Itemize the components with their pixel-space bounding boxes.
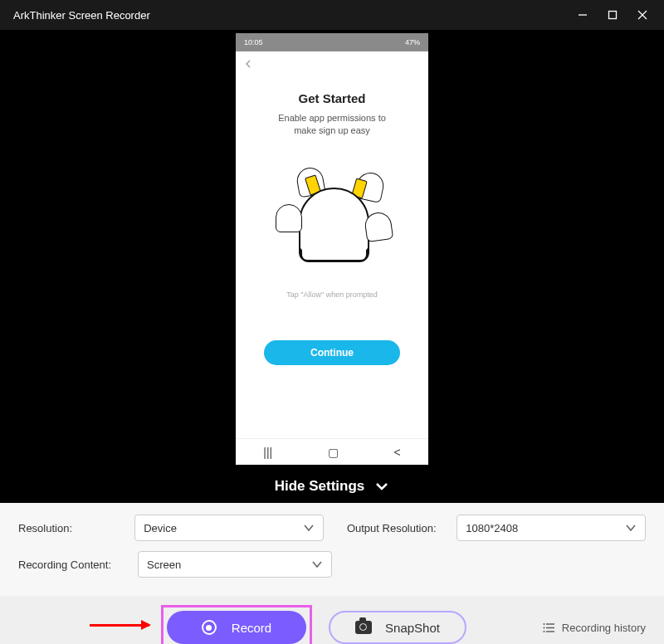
svg-point-8 — [543, 627, 544, 628]
maximize-button[interactable] — [598, 3, 627, 27]
minimize-button[interactable] — [568, 3, 598, 27]
ghost-illustration — [274, 171, 390, 271]
phone-nav-back-icon: < — [393, 446, 400, 459]
svg-point-9 — [543, 631, 544, 632]
phone-heading: Get Started — [299, 91, 366, 105]
phone-status-bar: 10:05 47% — [236, 33, 428, 51]
record-label: Record — [232, 621, 271, 635]
chevron-left-icon — [244, 60, 252, 68]
chevron-down-icon — [625, 522, 637, 534]
hide-settings-toggle[interactable]: Hide Settings — [0, 470, 664, 503]
action-bar: Record SnapShot Recording history — [0, 596, 664, 644]
device-preview: 10:05 47% Get Started Enable app permiss… — [0, 30, 664, 470]
record-icon — [202, 620, 217, 635]
output-resolution-value: 1080*2408 — [466, 522, 518, 534]
recording-content-dropdown[interactable]: Screen — [138, 551, 332, 578]
phone-nav-home-icon: ▢ — [328, 446, 339, 459]
resolution-dropdown[interactable]: Device — [134, 515, 324, 541]
chevron-down-icon — [303, 522, 315, 534]
window-controls — [568, 3, 657, 27]
phone-nav-recent-icon: ||| — [263, 446, 272, 459]
svg-point-7 — [543, 623, 544, 625]
list-icon — [543, 622, 555, 634]
recording-history-link[interactable]: Recording history — [543, 622, 646, 634]
phone-navbar: ||| ▢ < — [236, 438, 428, 465]
camera-icon — [355, 621, 372, 634]
snapshot-button[interactable]: SnapShot — [329, 611, 466, 644]
snapshot-label: SnapShot — [385, 621, 440, 635]
phone-mockup: 10:05 47% Get Started Enable app permiss… — [236, 33, 428, 465]
recording-history-label: Recording history — [562, 622, 646, 634]
settings-row-content: Recording Content: Screen — [18, 551, 646, 578]
annotation-arrow — [90, 624, 149, 627]
phone-hint: Tap "Allow" when prompted — [286, 290, 377, 299]
close-icon — [637, 9, 648, 21]
hide-settings-label: Hide Settings — [275, 478, 365, 495]
phone-continue-button: Continue — [264, 340, 400, 365]
phone-content: Get Started Enable app permissions to ma… — [236, 76, 428, 438]
chevron-down-icon — [311, 559, 323, 570]
output-resolution-dropdown[interactable]: 1080*2408 — [456, 515, 646, 541]
title-bar: ArkThinker Screen Recorder — [0, 0, 664, 30]
resolution-label: Resolution: — [18, 522, 121, 534]
close-button[interactable] — [627, 3, 657, 27]
svg-rect-1 — [609, 12, 617, 19]
recording-content-label: Recording Content: — [18, 559, 124, 571]
record-button[interactable]: Record — [167, 611, 306, 644]
record-highlight-box: Record — [161, 605, 312, 644]
settings-panel: Resolution: Device Output Resolution: 10… — [0, 503, 664, 596]
maximize-icon — [607, 9, 618, 21]
app-title: ArkThinker Screen Recorder — [13, 9, 150, 22]
phone-subtitle: Enable app permissions to make sign up e… — [278, 112, 386, 138]
minimize-icon — [577, 9, 588, 21]
phone-status-battery: 47% — [405, 38, 420, 46]
recording-content-value: Screen — [147, 559, 181, 571]
resolution-value: Device — [144, 522, 177, 534]
phone-status-time: 10:05 — [244, 38, 263, 46]
settings-row-resolution: Resolution: Device Output Resolution: 10… — [18, 515, 646, 541]
output-resolution-label: Output Resolution: — [347, 522, 443, 534]
chevron-down-icon — [374, 479, 389, 494]
phone-back-button — [236, 51, 428, 76]
